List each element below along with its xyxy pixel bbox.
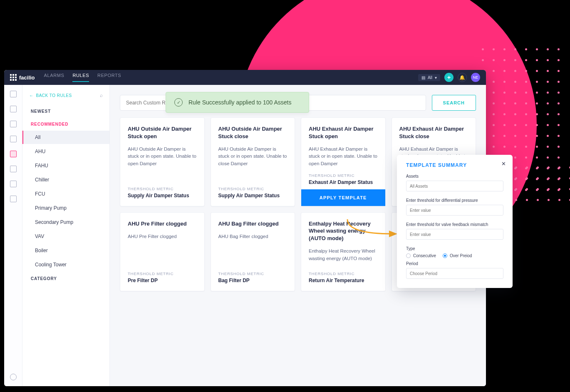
rail-flask-icon[interactable] [10, 121, 17, 127]
nav-reports[interactable]: REPORTS [97, 73, 121, 82]
search-icon[interactable]: ⌕ [100, 92, 103, 98]
sidebar-item-all[interactable]: All [22, 131, 109, 144]
popup-title: TEMPLATE SUMMARY [406, 162, 503, 168]
rule-card[interactable]: AHU Bag Filter cloggedAHU Bag Filter clo… [211, 212, 295, 291]
chevron-down-icon: ▾ [435, 75, 437, 80]
threshold-label: THERSHOLD METRIC [309, 173, 378, 178]
sidebar-item-vav[interactable]: VAV [22, 230, 109, 243]
toast-text: Rule Successfully applied to 100 Assets [188, 99, 291, 106]
topbar-right: ▤ All ▾ + 🔔 NE [418, 73, 480, 82]
nav-rules[interactable]: RULES [72, 73, 89, 82]
sidebar-heading-newest: NEWEST [22, 105, 109, 118]
check-icon: ✓ [174, 98, 183, 107]
sidebar-item-cooling-tower[interactable]: Cooling Tower [22, 258, 109, 271]
rule-card[interactable]: Enthalpy Heat Recovery Wheel wasting ene… [301, 212, 386, 291]
sidebar-heading-recommended: RECOMMENDED [22, 118, 109, 131]
rule-card[interactable]: AHU Exhaust Air Damper Stuck openAHU Exh… [301, 117, 386, 206]
card-title: AHU Outside Air Damper Stuck close [218, 125, 287, 140]
rail-clipboard-icon[interactable] [10, 181, 17, 187]
search-row: SEARCH ✓ Rule Successfully applied to 10… [120, 95, 476, 111]
rail-settings-icon[interactable] [10, 374, 17, 380]
card-desc: AHU Outside Air Damper is stuck or in op… [218, 146, 287, 167]
threshold2-input[interactable] [406, 229, 503, 240]
card-title: AHU Outside Air Damper Stuck open [128, 125, 197, 140]
rail-briefcase-icon[interactable] [10, 106, 17, 112]
period-label: Period [406, 261, 503, 266]
scope-icon: ▤ [421, 75, 425, 80]
assets-input[interactable] [406, 181, 503, 191]
brand-grid-icon [10, 74, 17, 81]
type-radios: Consecutive Over Preiod [406, 253, 503, 258]
search-button[interactable]: SEARCH [432, 95, 476, 111]
card-title: AHU Exhaust Air Damper Stuck close [399, 125, 468, 140]
brand-name: facilio [19, 74, 35, 81]
rule-card[interactable]: AHU Outside Air Damper Stuck openAHU Out… [120, 117, 205, 206]
radio-consecutive-label: Consecutive [413, 253, 436, 258]
sidebar-item-boiler[interactable]: Boiler [22, 244, 109, 257]
sidebar-heading-category: CATEGORY [22, 272, 109, 285]
threshold-metric: Bag Filter DP [218, 278, 287, 283]
template-summary-popup: ✕ TEMPLATE SUMMARY Assets Enter threshol… [397, 155, 513, 288]
threshold-metric: Pre Filter DP [128, 278, 197, 283]
card-desc: AHU Bag Filter clogged [218, 233, 287, 240]
apply-template-button[interactable]: APPLY TEMPLATE [301, 189, 385, 206]
scope-dropdown[interactable]: ▤ All ▾ [418, 74, 440, 81]
card-desc: AHU Outside Air Damper is stuck or in op… [128, 146, 197, 167]
topbar: facilio ALARMS RULES REPORTS ▤ All ▾ + 🔔… [4, 70, 486, 85]
threshold-metric: Supply Air Damper Status [128, 193, 197, 198]
brand[interactable]: facilio [10, 74, 35, 81]
top-nav: ALARMS RULES REPORTS [44, 73, 121, 82]
rail-alarm-icon[interactable] [10, 151, 17, 157]
threshold1-label: Enter threshold for differential pressur… [406, 198, 503, 203]
sidebar-item-secondary-pump[interactable]: Secondary Pump [22, 216, 109, 229]
threshold-label: THERSHOLD METRIC [309, 271, 378, 276]
type-label: Type [406, 246, 503, 251]
rail-id-icon[interactable] [10, 196, 17, 202]
threshold-metric: Return Air Temperature [309, 278, 378, 283]
add-button[interactable]: + [444, 73, 454, 82]
rail-building-icon[interactable] [10, 91, 17, 97]
threshold-metric: Exhaust Air Damper Status [309, 179, 378, 185]
sidebar-items: AllAHUFAHUChillerFCUPrimary PumpSecondar… [22, 131, 109, 271]
threshold-metric: Supply Air Damper Status [218, 193, 287, 198]
radio-over-period-label: Over Preiod [450, 253, 472, 258]
close-icon[interactable]: ✕ [501, 161, 506, 167]
sidebar: ← BACK TO RULES ⌕ NEWEST RECOMMENDED All… [22, 85, 110, 386]
assets-label: Assets [406, 174, 503, 179]
card-desc: AHU Pre Filter clogged [128, 233, 197, 240]
threshold2-label: Enter threshold for valve feedback misma… [406, 222, 503, 227]
bell-icon[interactable]: 🔔 [458, 73, 467, 82]
rail-chart-icon[interactable] [10, 136, 17, 142]
sidebar-item-fahu[interactable]: FAHU [22, 159, 109, 172]
card-title: AHU Exhaust Air Damper Stuck open [309, 125, 378, 140]
back-label: BACK TO RULES [36, 93, 72, 98]
threshold-label: THERSHOLD METRIC [128, 186, 197, 191]
nav-alarms[interactable]: ALARMS [44, 73, 64, 82]
card-desc: Enthalpy Heat Recovery Wheel wasting ene… [309, 248, 378, 262]
threshold1-input[interactable] [406, 205, 503, 216]
card-title: Enthalpy Heat Recovery Wheel wasting ene… [309, 220, 378, 242]
card-desc: AHU Exhaust Air Damper is stuck or in op… [309, 146, 378, 167]
avatar[interactable]: NE [471, 73, 480, 82]
period-select[interactable] [406, 268, 503, 279]
threshold-label: THERSHOLD METRIC [218, 271, 287, 276]
rule-card[interactable]: AHU Outside Air Damper Stuck closeAHU Ou… [211, 117, 295, 206]
sidebar-item-ahu[interactable]: AHU [22, 145, 109, 158]
rail-report-icon[interactable] [10, 166, 17, 172]
radio-over-period[interactable]: Over Preiod [443, 253, 472, 258]
sidebar-item-primary-pump[interactable]: Primary Pump [22, 201, 109, 215]
icon-rail [4, 85, 22, 386]
threshold-label: THERSHOLD METRIC [128, 271, 197, 276]
card-title: AHU Bag Filter clogged [218, 220, 287, 228]
sidebar-item-fcu[interactable]: FCU [22, 187, 109, 201]
success-toast: ✓ Rule Successfully applied to 100 Asset… [166, 92, 309, 113]
card-title: AHU Pre Filter clogged [128, 220, 197, 228]
scope-label: All [428, 75, 432, 80]
radio-consecutive[interactable]: Consecutive [406, 253, 436, 258]
sidebar-item-chiller[interactable]: Chiller [22, 173, 109, 186]
back-to-rules-link[interactable]: ← BACK TO RULES [29, 93, 72, 98]
threshold-label: THERSHOLD METRIC [218, 186, 287, 191]
rule-card[interactable]: AHU Pre Filter cloggedAHU Pre Filter clo… [120, 212, 205, 291]
